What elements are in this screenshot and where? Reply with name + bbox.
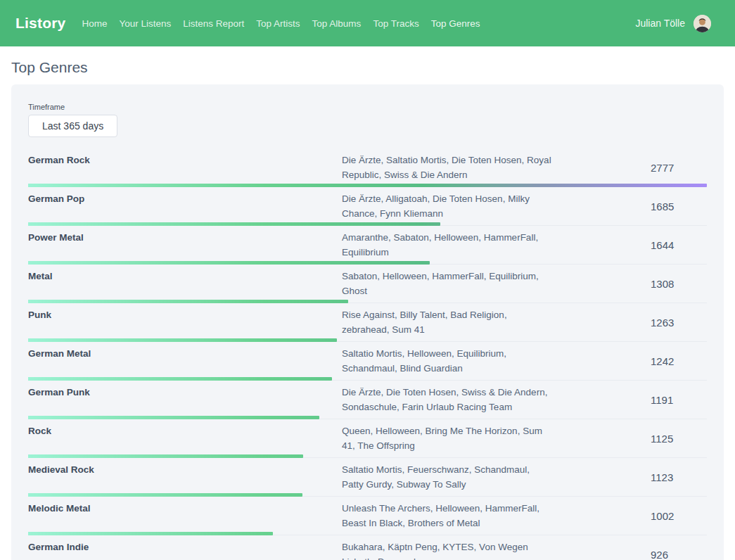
genre-list: German Rock Die Ärzte, Saltatio Mortis, …: [28, 148, 707, 560]
genre-row: German Metal Saltatio Mortis, Helloween,…: [28, 342, 707, 381]
nav-item-top-tracks[interactable]: Top Tracks: [373, 18, 418, 29]
user-avatar[interactable]: [694, 15, 711, 32]
genre-row-main: Rock Queen, Helloween, Bring Me The Hori…: [28, 419, 707, 453]
genre-row: German Punk Die Ärzte, Die Toten Hosen, …: [28, 381, 707, 419]
genre-bar-gradient: [28, 300, 348, 303]
genre-bar-track: [28, 454, 707, 458]
genre-name: German Metal: [28, 347, 342, 362]
genre-bar-fill: [28, 338, 337, 342]
nav-links: HomeYour ListensListens ReportTop Artist…: [82, 18, 480, 29]
genre-artists: Unleash The Archers, Helloween, HammerFa…: [342, 502, 553, 530]
genre-row-main: Metal Sabaton, Helloween, HammerFall, Eq…: [28, 265, 707, 298]
genre-count: 1685: [651, 201, 707, 212]
genre-row: German Rock Die Ärzte, Saltatio Mortis, …: [28, 148, 707, 187]
genre-bar-gradient: [28, 493, 302, 497]
genre-bar-gradient: [28, 416, 319, 419]
genre-bar-track: [28, 416, 707, 419]
genre-artists: Die Ärzte, Die Toten Hosen, Swiss & Die …: [342, 386, 553, 414]
genre-row-main: Power Metal Amaranthe, Sabaton, Hellowee…: [28, 226, 707, 260]
genre-count: 1242: [651, 355, 707, 367]
genre-artists: Die Ärzte, Alligatoah, Die Toten Hosen, …: [342, 192, 553, 221]
genre-bar-fill: [28, 184, 707, 187]
genre-artists: Saltatio Mortis, Feuerschwanz, Schandmau…: [342, 463, 553, 492]
genre-bar-fill: [28, 493, 302, 497]
genre-artists: Sabaton, Helloween, HammerFall, Equilibr…: [342, 269, 553, 298]
genre-bar-track: [28, 261, 707, 265]
brand-logo[interactable]: Listory: [15, 15, 65, 32]
nav-user-area: Julian Tölle: [635, 15, 711, 32]
genre-row-main: German Pop Die Ärzte, Alligatoah, Die To…: [28, 187, 707, 221]
genre-count: 1123: [651, 471, 707, 483]
genre-artists: Saltatio Mortis, Helloween, Equilibrium,…: [342, 347, 553, 376]
genre-artists: Bukahara, Käptn Peng, KYTES, Von Wegen L…: [342, 540, 553, 560]
genre-row: German Indie Bukahara, Käptn Peng, KYTES…: [28, 535, 707, 560]
genre-name: German Pop: [28, 192, 342, 207]
genre-bar-track: [28, 184, 707, 187]
genre-row-main: Punk Rise Against, Billy Talent, Bad Rel…: [28, 303, 707, 337]
nav-item-home[interactable]: Home: [82, 18, 107, 29]
genre-bar-gradient: [28, 222, 440, 226]
top-genres-card: Timeframe Last 365 days German Rock Die …: [11, 84, 724, 560]
genre-name: Melodic Metal: [28, 502, 342, 516]
timeframe-select-button[interactable]: Last 365 days: [28, 115, 117, 137]
genre-name: German Punk: [28, 386, 342, 400]
genre-bar-track: [28, 532, 707, 535]
genre-count: 2777: [651, 162, 707, 174]
genre-row: Metal Sabaton, Helloween, HammerFall, Eq…: [28, 265, 707, 303]
genre-artists: Rise Against, Billy Talent, Bad Religion…: [342, 308, 553, 337]
genre-artists: Die Ärzte, Saltatio Mortis, Die Toten Ho…: [342, 153, 553, 182]
genre-bar-fill: [28, 532, 273, 535]
genre-count: 1308: [651, 278, 707, 290]
genre-name: Punk: [28, 308, 342, 323]
genre-count: 1644: [651, 239, 707, 251]
genre-count: 1191: [651, 394, 707, 406]
genre-row: Punk Rise Against, Billy Talent, Bad Rel…: [28, 303, 707, 342]
genre-bar-track: [28, 493, 707, 497]
genre-bar-gradient: [28, 532, 273, 535]
page-title: Top Genres: [11, 59, 724, 76]
genre-row: Power Metal Amaranthe, Sabaton, Hellowee…: [28, 226, 707, 265]
genre-bar-gradient: [28, 454, 303, 458]
genre-row-main: Medieval Rock Saltatio Mortis, Feuerschw…: [28, 458, 707, 492]
genre-count: 1002: [651, 510, 707, 522]
user-photo-icon: [694, 15, 711, 32]
nav-item-your-listens[interactable]: Your Listens: [119, 18, 171, 29]
genre-bar-fill: [28, 377, 332, 381]
genre-row-main: Melodic Metal Unleash The Archers, Hello…: [28, 497, 707, 530]
genre-row: Medieval Rock Saltatio Mortis, Feuerschw…: [28, 458, 707, 497]
genre-count: 1263: [651, 317, 707, 329]
genre-bar-gradient: [28, 184, 707, 187]
genre-name: German Rock: [28, 153, 342, 168]
genre-artists: Amaranthe, Sabaton, Helloween, HammerFal…: [342, 231, 553, 260]
timeframe-control: Timeframe Last 365 days: [28, 103, 707, 137]
genre-name: Power Metal: [28, 231, 342, 246]
genre-bar-fill: [28, 222, 440, 226]
genre-count: 1125: [651, 433, 707, 445]
genre-name: Medieval Rock: [28, 463, 342, 478]
genre-row: German Pop Die Ärzte, Alligatoah, Die To…: [28, 187, 707, 226]
main-content: Top Genres Timeframe Last 365 days Germa…: [0, 59, 735, 560]
genre-count: 926: [651, 549, 707, 560]
genre-bar-track: [28, 338, 707, 342]
genre-row: Melodic Metal Unleash The Archers, Hello…: [28, 497, 707, 535]
genre-row: Rock Queen, Helloween, Bring Me The Hori…: [28, 419, 707, 458]
genre-bar-fill: [28, 261, 430, 265]
genre-name: German Indie: [28, 540, 342, 555]
genre-row-main: German Metal Saltatio Mortis, Helloween,…: [28, 342, 707, 376]
nav-item-top-albums[interactable]: Top Albums: [312, 18, 362, 29]
genre-name: Metal: [28, 269, 342, 284]
genre-bar-track: [28, 300, 707, 303]
nav-item-top-genres[interactable]: Top Genres: [431, 18, 480, 29]
user-name[interactable]: Julian Tölle: [635, 18, 685, 29]
genre-bar-fill: [28, 416, 319, 419]
nav-item-top-artists[interactable]: Top Artists: [256, 18, 300, 29]
genre-bar-track: [28, 377, 707, 381]
timeframe-value: Last 365 days: [42, 120, 103, 132]
nav-item-listens-report[interactable]: Listens Report: [183, 18, 244, 29]
genre-bar-fill: [28, 300, 348, 303]
genre-row-main: German Rock Die Ärzte, Saltatio Mortis, …: [28, 148, 707, 182]
timeframe-label: Timeframe: [28, 103, 707, 111]
navbar: Listory HomeYour ListensListens ReportTo…: [0, 0, 735, 46]
genre-bar-fill: [28, 454, 303, 458]
genre-row-main: German Indie Bukahara, Käptn Peng, KYTES…: [28, 535, 707, 560]
